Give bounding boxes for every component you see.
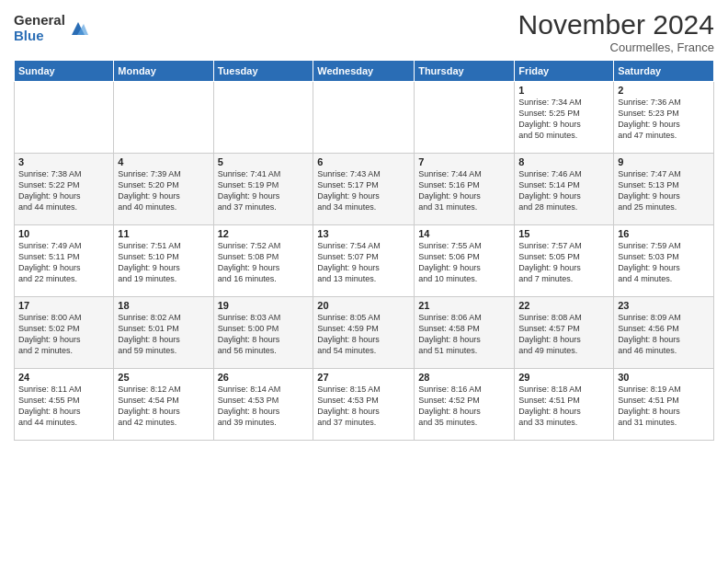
logo-blue: Blue <box>14 29 65 44</box>
table-row: 8Sunrise: 7:46 AM Sunset: 5:14 PM Daylig… <box>515 154 614 225</box>
table-row: 29Sunrise: 8:18 AM Sunset: 4:51 PM Dayli… <box>515 369 614 441</box>
day-number: 6 <box>317 156 410 167</box>
day-number: 4 <box>118 156 209 167</box>
calendar-week-4: 17Sunrise: 8:00 AM Sunset: 5:02 PM Dayli… <box>15 297 714 369</box>
day-number: 1 <box>518 85 609 96</box>
day-info: Sunrise: 8:11 AM Sunset: 4:55 PM Dayligh… <box>18 384 109 429</box>
day-number: 3 <box>18 156 109 167</box>
day-number: 9 <box>618 156 710 167</box>
month-title: November 2024 <box>518 9 714 40</box>
day-number: 23 <box>618 300 710 311</box>
table-row: 10Sunrise: 7:49 AM Sunset: 5:11 PM Dayli… <box>15 225 114 297</box>
header-row: Sunday Monday Tuesday Wednesday Thursday… <box>15 61 714 82</box>
table-row: 30Sunrise: 8:19 AM Sunset: 4:51 PM Dayli… <box>614 369 714 441</box>
day-info: Sunrise: 7:55 AM Sunset: 5:06 PM Dayligh… <box>418 240 510 285</box>
day-info: Sunrise: 7:38 AM Sunset: 5:22 PM Dayligh… <box>18 168 109 213</box>
table-row: 1Sunrise: 7:34 AM Sunset: 5:25 PM Daylig… <box>515 82 614 154</box>
table-row <box>213 82 313 154</box>
day-info: Sunrise: 8:09 AM Sunset: 4:56 PM Dayligh… <box>618 312 710 357</box>
day-number: 18 <box>118 300 209 311</box>
table-row: 4Sunrise: 7:39 AM Sunset: 5:20 PM Daylig… <box>114 154 213 225</box>
day-info: Sunrise: 7:34 AM Sunset: 5:25 PM Dayligh… <box>518 97 609 142</box>
table-row: 11Sunrise: 7:51 AM Sunset: 5:10 PM Dayli… <box>114 225 213 297</box>
day-info: Sunrise: 7:59 AM Sunset: 5:03 PM Dayligh… <box>618 240 710 285</box>
day-number: 16 <box>618 228 710 239</box>
table-row <box>313 82 415 154</box>
title-block: November 2024 Courmelles, France <box>518 9 714 54</box>
table-row: 23Sunrise: 8:09 AM Sunset: 4:56 PM Dayli… <box>614 297 714 369</box>
day-info: Sunrise: 8:12 AM Sunset: 4:54 PM Dayligh… <box>118 384 209 429</box>
day-info: Sunrise: 7:39 AM Sunset: 5:20 PM Dayligh… <box>118 168 209 213</box>
table-row: 6Sunrise: 7:43 AM Sunset: 5:17 PM Daylig… <box>313 154 415 225</box>
day-info: Sunrise: 7:41 AM Sunset: 5:19 PM Dayligh… <box>218 168 310 213</box>
calendar-body: 1Sunrise: 7:34 AM Sunset: 5:25 PM Daylig… <box>15 82 714 441</box>
day-number: 12 <box>218 228 310 239</box>
calendar-header: Sunday Monday Tuesday Wednesday Thursday… <box>15 61 714 82</box>
day-info: Sunrise: 7:49 AM Sunset: 5:11 PM Dayligh… <box>18 240 109 285</box>
day-number: 28 <box>418 372 510 383</box>
day-number: 25 <box>118 372 209 383</box>
day-info: Sunrise: 8:08 AM Sunset: 4:57 PM Dayligh… <box>518 312 609 357</box>
table-row: 7Sunrise: 7:44 AM Sunset: 5:16 PM Daylig… <box>415 154 515 225</box>
day-info: Sunrise: 8:02 AM Sunset: 5:01 PM Dayligh… <box>118 312 209 357</box>
day-info: Sunrise: 7:57 AM Sunset: 5:05 PM Dayligh… <box>518 240 609 285</box>
day-number: 15 <box>518 228 609 239</box>
table-row: 15Sunrise: 7:57 AM Sunset: 5:05 PM Dayli… <box>515 225 614 297</box>
location: Courmelles, France <box>518 40 714 54</box>
table-row <box>15 82 114 154</box>
col-monday: Monday <box>114 61 213 82</box>
table-row: 24Sunrise: 8:11 AM Sunset: 4:55 PM Dayli… <box>15 369 114 441</box>
day-number: 30 <box>618 372 710 383</box>
col-saturday: Saturday <box>614 61 714 82</box>
table-row: 17Sunrise: 8:00 AM Sunset: 5:02 PM Dayli… <box>15 297 114 369</box>
day-info: Sunrise: 8:18 AM Sunset: 4:51 PM Dayligh… <box>518 384 609 429</box>
day-number: 13 <box>317 228 410 239</box>
day-info: Sunrise: 8:03 AM Sunset: 5:00 PM Dayligh… <box>218 312 310 357</box>
table-row: 13Sunrise: 7:54 AM Sunset: 5:07 PM Dayli… <box>313 225 415 297</box>
day-number: 11 <box>118 228 209 239</box>
day-number: 2 <box>618 85 710 96</box>
day-number: 5 <box>218 156 310 167</box>
day-info: Sunrise: 8:06 AM Sunset: 4:58 PM Dayligh… <box>418 312 510 357</box>
day-number: 22 <box>518 300 609 311</box>
table-row: 22Sunrise: 8:08 AM Sunset: 4:57 PM Dayli… <box>515 297 614 369</box>
day-number: 19 <box>218 300 310 311</box>
col-sunday: Sunday <box>15 61 114 82</box>
day-number: 26 <box>218 372 310 383</box>
header: General Blue November 2024 Courmelles, F… <box>14 9 714 54</box>
day-number: 17 <box>18 300 109 311</box>
table-row: 18Sunrise: 8:02 AM Sunset: 5:01 PM Dayli… <box>114 297 213 369</box>
table-row: 26Sunrise: 8:14 AM Sunset: 4:53 PM Dayli… <box>213 369 313 441</box>
day-info: Sunrise: 7:36 AM Sunset: 5:23 PM Dayligh… <box>618 97 710 142</box>
day-info: Sunrise: 8:19 AM Sunset: 4:51 PM Dayligh… <box>618 384 710 429</box>
calendar-week-5: 24Sunrise: 8:11 AM Sunset: 4:55 PM Dayli… <box>15 369 714 441</box>
table-row: 28Sunrise: 8:16 AM Sunset: 4:52 PM Dayli… <box>415 369 515 441</box>
table-row: 25Sunrise: 8:12 AM Sunset: 4:54 PM Dayli… <box>114 369 213 441</box>
table-row: 3Sunrise: 7:38 AM Sunset: 5:22 PM Daylig… <box>15 154 114 225</box>
table-row: 2Sunrise: 7:36 AM Sunset: 5:23 PM Daylig… <box>614 82 714 154</box>
day-number: 7 <box>418 156 510 167</box>
day-info: Sunrise: 7:43 AM Sunset: 5:17 PM Dayligh… <box>317 168 410 213</box>
day-number: 24 <box>18 372 109 383</box>
day-info: Sunrise: 7:52 AM Sunset: 5:08 PM Dayligh… <box>218 240 310 285</box>
day-number: 29 <box>518 372 609 383</box>
day-info: Sunrise: 8:15 AM Sunset: 4:53 PM Dayligh… <box>317 384 410 429</box>
day-number: 27 <box>317 372 410 383</box>
day-number: 20 <box>317 300 410 311</box>
calendar: Sunday Monday Tuesday Wednesday Thursday… <box>14 60 714 441</box>
day-number: 21 <box>418 300 510 311</box>
day-info: Sunrise: 7:44 AM Sunset: 5:16 PM Dayligh… <box>418 168 510 213</box>
table-row: 12Sunrise: 7:52 AM Sunset: 5:08 PM Dayli… <box>213 225 313 297</box>
day-info: Sunrise: 7:47 AM Sunset: 5:13 PM Dayligh… <box>618 168 710 213</box>
col-wednesday: Wednesday <box>313 61 415 82</box>
day-info: Sunrise: 7:46 AM Sunset: 5:14 PM Dayligh… <box>518 168 609 213</box>
day-info: Sunrise: 8:16 AM Sunset: 4:52 PM Dayligh… <box>418 384 510 429</box>
table-row: 16Sunrise: 7:59 AM Sunset: 5:03 PM Dayli… <box>614 225 714 297</box>
logo-general: General <box>14 13 65 29</box>
day-number: 14 <box>418 228 510 239</box>
table-row: 5Sunrise: 7:41 AM Sunset: 5:19 PM Daylig… <box>213 154 313 225</box>
table-row: 27Sunrise: 8:15 AM Sunset: 4:53 PM Dayli… <box>313 369 415 441</box>
table-row: 21Sunrise: 8:06 AM Sunset: 4:58 PM Dayli… <box>415 297 515 369</box>
table-row: 20Sunrise: 8:05 AM Sunset: 4:59 PM Dayli… <box>313 297 415 369</box>
col-tuesday: Tuesday <box>213 61 313 82</box>
